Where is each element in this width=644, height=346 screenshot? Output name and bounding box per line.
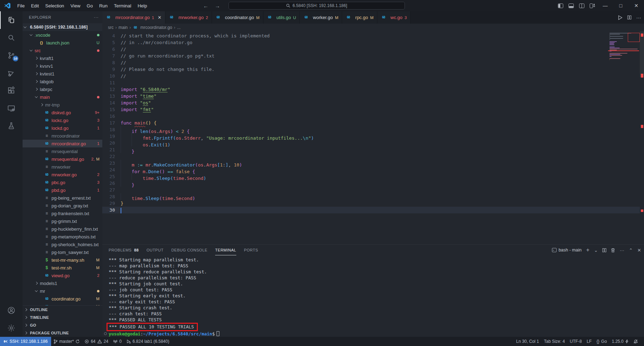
minimap[interactable] <box>608 32 639 62</box>
toggle-panel-icon[interactable] <box>566 0 576 11</box>
menu-view[interactable]: View <box>67 2 84 10</box>
tree-item-pg-dorian_gray.txt[interactable]: ≡pg-dorian_gray.txt <box>23 202 102 210</box>
close-panel-icon[interactable]: ✕ <box>637 248 641 253</box>
search-icon[interactable] <box>0 29 23 47</box>
tree-item-mrsequential.go[interactable]: GOmrsequential.go2,M <box>23 155 102 163</box>
workspace-root-folder[interactable]: 6.5840 [SSH: 192.168.1.186] <box>23 23 102 31</box>
panel-more-actions-icon[interactable]: ··· <box>620 248 624 253</box>
tree-item-mrworker[interactable]: ≡mrworker <box>23 163 102 171</box>
remote-explorer-icon[interactable] <box>0 99 23 117</box>
kill-terminal-icon[interactable] <box>611 248 615 253</box>
testing-icon[interactable] <box>0 117 23 135</box>
breadcrumb-item[interactable]: main <box>119 25 128 30</box>
tree-item-diskvd.go[interactable]: GOdiskvd.go9+ <box>23 109 102 116</box>
source-control-icon[interactable]: 10 <box>0 47 23 64</box>
panel-tab-terminal[interactable]: TERMINAL <box>215 245 236 255</box>
encoding-indicator[interactable]: UTF-8 <box>567 337 584 346</box>
terminal-prompt[interactable]: yusuke@godai:~/Projects/6.5840/src/main$ <box>109 331 644 337</box>
tree-item-clipped[interactable]: GOM <box>23 303 102 305</box>
tree-item-pbd.go[interactable]: GOpbd.go1 <box>23 186 102 194</box>
terminal-output[interactable]: *** Starting map parallelism test.--- ma… <box>102 255 644 337</box>
notifications-bell-icon[interactable] <box>631 337 640 346</box>
nav-forward-icon[interactable]: → <box>215 3 220 9</box>
section-outline[interactable]: OUTLINE <box>23 306 102 314</box>
tree-item-kvraft1[interactable]: kvraft1 <box>23 54 102 62</box>
language-mode-indicator[interactable]: {}Go <box>594 337 609 346</box>
tree-item-mrworker.go[interactable]: GOmrworker.go2 <box>23 171 102 178</box>
tree-item-mr[interactable]: mr <box>23 287 102 295</box>
tree-item-coordinator.go[interactable]: GOcoordinator.goM <box>23 295 102 303</box>
tree-item-pg-being_ernest.txt[interactable]: ≡pg-being_ernest.txt <box>23 194 102 202</box>
breadcrumb-item[interactable]: ... <box>177 25 181 30</box>
tree-item-test-mr.sh[interactable]: $test-mr.shM <box>23 264 102 272</box>
close-tab-icon[interactable]: ✕ <box>158 15 162 20</box>
tree-item-lockd.go[interactable]: GOlockd.go1 <box>23 124 102 132</box>
tree-item-kvsrv1[interactable]: kvsrv1 <box>23 62 102 70</box>
menu-help[interactable]: Help <box>134 2 150 10</box>
maximize-panel-icon[interactable]: ⌃ <box>629 248 633 253</box>
menu-file[interactable]: File <box>14 2 28 10</box>
tab-mrworker.go[interactable]: GOmrworker.go2 <box>165 11 212 24</box>
close-button[interactable]: ✕ <box>628 0 644 11</box>
tree-item-mrcoordinator[interactable]: ≡mrcoordinator <box>23 132 102 140</box>
tree-item-pg-huckleberry_finn.txt[interactable]: ≡pg-huckleberry_finn.txt <box>23 225 102 233</box>
indentation-indicator[interactable]: Tab Size: 4 <box>541 337 567 346</box>
panel-tab-debug-console[interactable]: DEBUG CONSOLE <box>171 245 207 255</box>
section-timeline[interactable]: TIMELINE <box>23 314 102 321</box>
tab-worker.go[interactable]: GOworker.goM <box>300 11 342 24</box>
tree-item-pbc.go[interactable]: GOpbc.go3 <box>23 178 102 186</box>
tree-item-kvtest1[interactable]: kvtest1 <box>23 70 102 78</box>
maximize-button[interactable]: □ <box>613 0 628 11</box>
menu-edit[interactable]: Edit <box>28 2 42 10</box>
tab-mrcoordinator.go[interactable]: GOmrcoordinator.go1✕ <box>102 11 165 24</box>
breadcrumb[interactable]: src›main›GOmrcoordinator.go›... <box>102 24 644 31</box>
tree-item-launch.json[interactable]: {}launch.jsonU <box>23 39 102 47</box>
tree-item-pg-tom_sawyer.txt[interactable]: ≡pg-tom_sawyer.txt <box>23 248 102 256</box>
command-center-search[interactable]: 6.5840 [SSH: 192.168.1.186] <box>229 2 405 10</box>
section-package-outline[interactable]: PACKAGE OUTLINE <box>23 329 102 337</box>
tree-item-models1[interactable]: models1 <box>23 279 102 287</box>
menu-go[interactable]: Go <box>84 2 96 10</box>
tree-item-mrsequential[interactable]: ≡mrsequential <box>23 147 102 155</box>
tab-coordinator.go[interactable]: GOcoordinator.goM <box>212 11 263 24</box>
editor-more-actions-icon[interactable]: ··· <box>636 15 641 20</box>
cursor-position-indicator[interactable]: Ln 30, Col 1 <box>514 337 541 346</box>
tree-item-lockc.go[interactable]: GOlockc.go3 <box>23 116 102 124</box>
tree-item-.vscode[interactable]: .vscode <box>23 31 102 39</box>
panel-tab-problems[interactable]: PROBLEMS88 <box>109 245 139 255</box>
launch-config-indicator[interactable]: 6.824 lab1 (6.5840) <box>124 337 172 346</box>
toggle-secondary-sidebar-icon[interactable] <box>576 0 587 11</box>
tree-item-pg-grimm.txt[interactable]: ≡pg-grimm.txt <box>23 217 102 225</box>
problems-indicator[interactable]: 64 24 <box>82 337 111 346</box>
tab-utils.go[interactable]: GOutils.goU <box>263 11 300 24</box>
section-go[interactable]: GO <box>23 321 102 329</box>
accounts-icon[interactable] <box>0 302 23 319</box>
tree-item-mrcoordinator.go[interactable]: GOmrcoordinator.go1 <box>23 140 102 147</box>
tree-item-main[interactable]: main <box>23 93 102 101</box>
tree-item-labrpc[interactable]: labrpc <box>23 85 102 93</box>
explorer-icon[interactable] <box>0 11 23 29</box>
menu-selection[interactable]: Selection <box>42 2 67 10</box>
tree-item-viewd.go[interactable]: GOviewd.go2 <box>23 272 102 279</box>
menu-terminal[interactable]: Terminal <box>111 2 134 10</box>
panel-tab-ports[interactable]: PORTS <box>244 245 258 255</box>
run-button[interactable] <box>618 15 622 20</box>
forwarded-ports-indicator[interactable]: 0 <box>111 337 124 346</box>
tab-rpc.go[interactable]: GOrpc.goM <box>342 11 377 24</box>
split-editor-icon[interactable] <box>627 16 631 19</box>
new-terminal-icon[interactable]: + <box>586 247 589 253</box>
tree-item-labgob[interactable]: labgob <box>23 78 102 85</box>
split-terminal-icon[interactable] <box>602 248 606 252</box>
run-and-debug-icon[interactable] <box>0 64 23 82</box>
explorer-more-actions[interactable]: ··· <box>94 15 99 19</box>
git-branch-indicator[interactable]: master* <box>51 337 82 346</box>
tree-item-src[interactable]: src <box>23 47 102 54</box>
customize-layout-icon[interactable] <box>587 0 597 11</box>
terminal-instance-label[interactable]: > bash - main <box>552 248 582 253</box>
tree-item-pg-sherlock_holmes.txt[interactable]: ≡pg-sherlock_holmes.txt <box>23 241 102 248</box>
nav-back-icon[interactable]: ← <box>203 3 208 9</box>
eol-indicator[interactable]: LF <box>584 337 594 346</box>
tree-item-pg-metamorphosis.txt[interactable]: ≡pg-metamorphosis.txt <box>23 233 102 241</box>
code-editor[interactable]: 4// start the coordinator process, which… <box>102 31 644 244</box>
tree-item-pg-frankenstein.txt[interactable]: ≡pg-frankenstein.txt <box>23 210 102 217</box>
